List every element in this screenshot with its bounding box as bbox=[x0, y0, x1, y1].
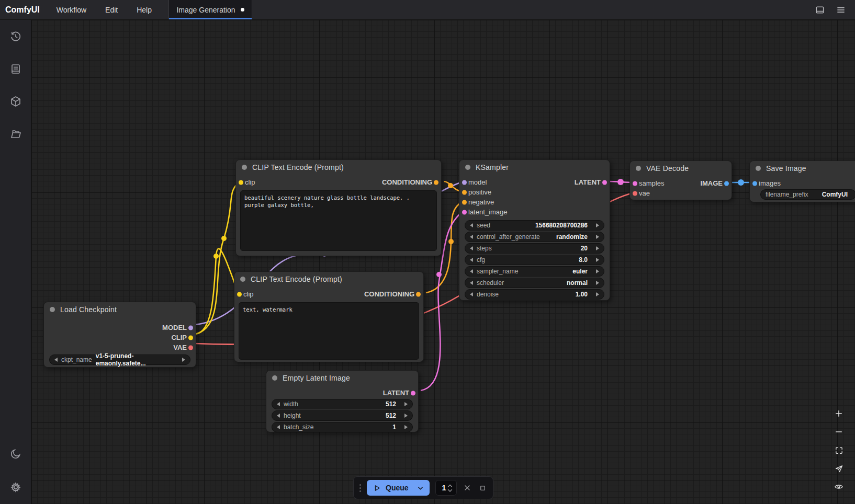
widget-filename-prefix[interactable]: filename_prefix ComfyUI bbox=[760, 189, 855, 200]
batch-count-input[interactable]: 1 bbox=[435, 480, 457, 496]
widget-denoise[interactable]: denoise 1.00 bbox=[465, 289, 604, 300]
arrow-right-icon[interactable] bbox=[596, 223, 599, 227]
wire-clip-2-dot[interactable] bbox=[213, 254, 219, 259]
widget-batch-size[interactable]: batch_size 1 bbox=[272, 422, 413, 432]
select-mode-button[interactable] bbox=[831, 461, 847, 476]
arrow-right-icon[interactable] bbox=[404, 402, 408, 406]
arrow-left-icon[interactable] bbox=[470, 235, 473, 239]
node-status-dot bbox=[272, 375, 277, 381]
arrow-right-icon[interactable] bbox=[404, 414, 408, 418]
arrow-left-icon[interactable] bbox=[470, 223, 473, 227]
model-output-dot[interactable] bbox=[188, 325, 193, 330]
latent-output-dot[interactable] bbox=[411, 391, 415, 395]
widget-scheduler[interactable]: scheduler normal bbox=[465, 278, 604, 288]
widget-ckpt-name[interactable]: ckpt_name v1-5-pruned-emaonly.safete... bbox=[49, 354, 190, 365]
latent-output-dot[interactable] bbox=[602, 180, 607, 185]
images-input-dot[interactable] bbox=[752, 181, 757, 186]
stop-button[interactable] bbox=[478, 481, 487, 495]
stepper-down-icon[interactable] bbox=[447, 488, 453, 492]
zoom-out-button[interactable] bbox=[831, 424, 847, 440]
arrow-right-icon[interactable] bbox=[404, 425, 408, 429]
sidebar-item-workflows[interactable] bbox=[5, 123, 26, 144]
play-icon bbox=[373, 484, 381, 492]
node-title: VAE Decode bbox=[646, 164, 689, 173]
queue-button[interactable]: Queue bbox=[367, 480, 430, 496]
arrow-left-icon[interactable] bbox=[277, 414, 280, 418]
wire-cond-neg-dot[interactable] bbox=[448, 239, 454, 244]
bottom-panel-toggle-button[interactable] bbox=[812, 2, 828, 18]
node-ksampler[interactable]: KSampler model LATENT positive negative … bbox=[459, 159, 610, 301]
arrow-right-icon[interactable] bbox=[596, 281, 599, 285]
wire-cond-pos-dot[interactable] bbox=[448, 183, 453, 188]
menu-workflow[interactable]: Workflow bbox=[47, 0, 96, 19]
image-output-dot[interactable] bbox=[724, 181, 729, 186]
vae-input-dot[interactable] bbox=[633, 191, 637, 196]
node-clip-text-encode-positive[interactable]: CLIP Text Encode (Prompt) clip CONDITION… bbox=[235, 159, 442, 256]
wire-clip-1-dot[interactable] bbox=[221, 236, 227, 241]
toggle-visibility-button[interactable] bbox=[831, 479, 847, 495]
main-menu-button[interactable] bbox=[833, 2, 849, 18]
drag-handle-icon[interactable] bbox=[359, 484, 361, 492]
node-load-checkpoint[interactable]: Load Checkpoint MODEL CLIP VAE ckpt_name… bbox=[43, 302, 196, 368]
conditioning-output-dot[interactable] bbox=[416, 292, 421, 296]
arrow-right-icon[interactable] bbox=[596, 258, 599, 262]
widget-height[interactable]: height 512 bbox=[272, 410, 413, 421]
fit-view-button[interactable] bbox=[831, 442, 847, 458]
stepper-up-icon[interactable] bbox=[447, 484, 453, 488]
node-graph-canvas[interactable]: Load Checkpoint MODEL CLIP VAE ckpt_name… bbox=[31, 20, 855, 504]
arrow-right-icon[interactable] bbox=[182, 358, 185, 362]
node-title: KSampler bbox=[476, 163, 509, 171]
arrow-right-icon[interactable] bbox=[596, 235, 599, 239]
batch-count-value: 1 bbox=[442, 484, 446, 492]
node-vae-decode[interactable]: VAE Decode samples IMAGE vae bbox=[629, 161, 732, 200]
arrow-left-icon[interactable] bbox=[277, 425, 280, 429]
widget-seed[interactable]: seed 156680208700286 bbox=[465, 220, 604, 231]
clip-input-dot[interactable] bbox=[237, 292, 242, 296]
sidebar-item-history[interactable] bbox=[5, 26, 26, 47]
positive-prompt-textarea[interactable]: beautiful scenery nature glass bottle la… bbox=[240, 190, 437, 251]
vae-output-dot[interactable] bbox=[188, 345, 193, 350]
tab-image-generation[interactable]: Image Generation bbox=[168, 0, 252, 19]
widget-cfg[interactable]: cfg 8.0 bbox=[465, 255, 604, 265]
wire-latent-in-dot[interactable] bbox=[436, 272, 442, 277]
sidebar-item-node-library[interactable] bbox=[5, 91, 26, 112]
wire-latent-out-dot[interactable] bbox=[617, 179, 624, 185]
arrow-left-icon[interactable] bbox=[470, 269, 473, 273]
widget-steps[interactable]: steps 20 bbox=[465, 243, 604, 254]
arrow-left-icon[interactable] bbox=[470, 258, 473, 262]
arrow-right-icon[interactable] bbox=[596, 269, 599, 273]
node-empty-latent-image[interactable]: Empty Latent Image LATENT width 512 heig… bbox=[266, 370, 419, 432]
sidebar-item-theme-toggle[interactable] bbox=[5, 443, 26, 464]
arrow-left-icon[interactable] bbox=[470, 281, 473, 285]
latent-image-input-dot[interactable] bbox=[462, 210, 467, 214]
samples-input-dot[interactable] bbox=[633, 181, 637, 186]
arrow-left-icon[interactable] bbox=[470, 246, 473, 250]
clear-queue-button[interactable] bbox=[463, 481, 472, 495]
sidebar-item-settings[interactable] bbox=[5, 477, 26, 498]
arrow-right-icon[interactable] bbox=[596, 246, 599, 250]
arrow-left-icon[interactable] bbox=[470, 292, 473, 296]
conditioning-output-dot[interactable] bbox=[434, 180, 438, 185]
menu-help[interactable]: Help bbox=[127, 0, 161, 19]
widget-value: ComfyUI bbox=[822, 191, 848, 198]
chevron-down-icon[interactable] bbox=[417, 484, 424, 492]
positive-input-dot[interactable] bbox=[462, 190, 467, 194]
node-clip-text-encode-negative[interactable]: CLIP Text Encode (Prompt) clip CONDITION… bbox=[234, 271, 424, 362]
clip-output-dot[interactable] bbox=[188, 335, 193, 340]
arrow-right-icon[interactable] bbox=[596, 292, 599, 296]
arrow-left-icon[interactable] bbox=[54, 358, 58, 362]
arrow-left-icon[interactable] bbox=[277, 402, 280, 406]
node-save-image[interactable]: Save Image images filename_prefix ComfyU… bbox=[749, 161, 855, 202]
negative-prompt-textarea[interactable]: text, watermark bbox=[239, 302, 419, 360]
widget-sampler-name[interactable]: sampler_name euler bbox=[465, 266, 604, 277]
wire-image-dot[interactable] bbox=[738, 179, 744, 186]
widget-width[interactable]: width 512 bbox=[272, 399, 413, 409]
folder-open-icon bbox=[9, 128, 22, 140]
menu-edit[interactable]: Edit bbox=[96, 0, 127, 19]
sidebar-item-queue[interactable] bbox=[5, 59, 26, 79]
clip-input-dot[interactable] bbox=[239, 180, 243, 185]
negative-input-dot[interactable] bbox=[462, 200, 467, 204]
widget-control-after-generate[interactable]: control_after_generate randomize bbox=[465, 232, 604, 242]
model-input-dot[interactable] bbox=[462, 180, 467, 185]
zoom-in-button[interactable] bbox=[831, 406, 847, 421]
